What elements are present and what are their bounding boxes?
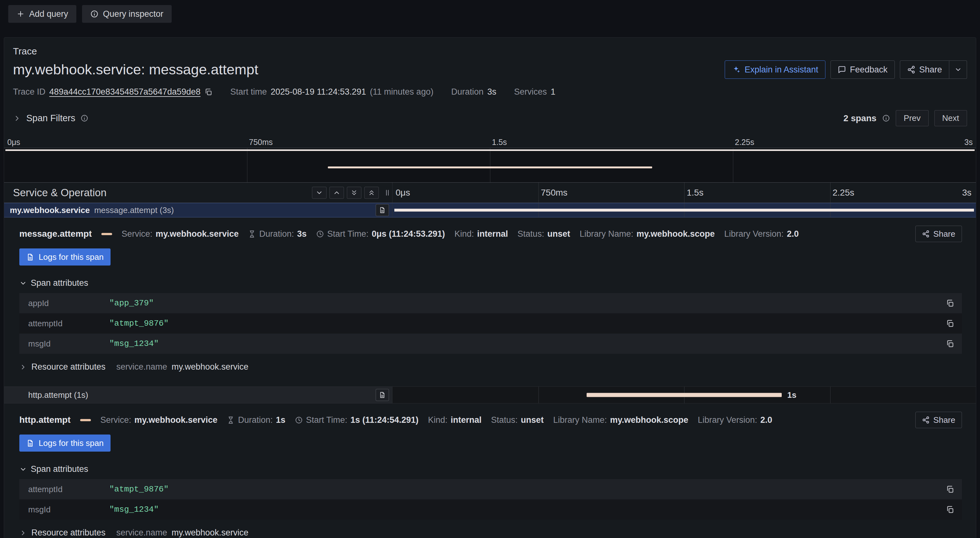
copy-attribute-button[interactable] [946,505,955,514]
info-circle-icon[interactable] [80,114,88,122]
feedback-button[interactable]: Feedback [830,60,895,79]
span-attributes-toggle[interactable]: Span attributes [19,464,88,474]
explain-in-assistant-button[interactable]: Explain in Assistant [725,60,826,79]
column-resize-handle[interactable] [383,189,392,197]
attribute-row: msgId "msg_1234" [19,333,962,354]
chevron-down-icon [19,279,27,287]
chevron-up-icon [333,189,340,197]
start-time-value: 0μs (11:24:53.291) [372,229,445,239]
span-attributes-toggle[interactable]: Span attributes [19,278,88,288]
span-service-name: my.webhook.service [10,205,90,215]
copy-attribute-button[interactable] [946,319,955,328]
service-color-dash [101,233,112,235]
trace-id-value: 489a44cc170e83454857a5647da59de8 [49,87,200,97]
kind-value: internal [477,229,508,239]
prev-span-button[interactable]: Prev [896,110,928,126]
span-detail-http-attempt: http.attempt Service: my.webhook.service… [4,403,976,538]
attribute-row: appId "app_379" [19,293,962,313]
span-logs-button[interactable] [375,204,389,216]
span-timeline-cell [392,203,976,217]
services-label: Services [514,87,547,97]
duration-field: Duration: 1s [227,415,285,425]
service-field: Service: my.webhook.service [100,415,218,425]
attribute-row: attemptId "atmpt_9876" [19,479,962,499]
double-chevron-down-icon [351,189,358,196]
tick-label: 3s [964,138,973,147]
start-time-label: Start time [230,87,267,97]
trace-panel: Trace my.webhook.service: message.attemp… [4,37,976,538]
trace-title: my.webhook.service: message.attempt [13,61,258,78]
add-query-button[interactable]: Add query [8,5,76,23]
share-button[interactable]: Share [900,60,949,79]
chevron-right-icon[interactable] [13,114,21,122]
kind-value: internal [451,415,482,425]
query-toolbar: Add query Query inspector [0,0,980,27]
minimap-gridline [490,148,490,182]
attribute-value: "msg_1234" [109,505,159,514]
timeline-minimap: 0μs 750ms 1.5s 2.25s 3s [4,137,976,183]
share-dropdown-button[interactable] [949,60,967,79]
logs-for-span-button[interactable]: Logs for this span [19,248,111,265]
minimap-tick-labels: 0μs 750ms 1.5s 2.25s 3s [4,137,976,148]
span-share-label: Share [934,415,955,425]
service-value: my.webhook.service [134,415,217,425]
share-icon [922,230,930,238]
info-circle-icon[interactable] [882,114,890,122]
span-attributes-table: attemptId "atmpt_9876" msgId "msg_1234" [19,479,962,520]
copy-trace-id-button[interactable] [204,88,213,96]
query-inspector-button[interactable]: Query inspector [82,5,172,23]
service-value: my.webhook.service [156,229,239,239]
minimap-canvas[interactable] [4,148,976,183]
copy-attribute-button[interactable] [946,299,955,308]
resource-attributes-toggle[interactable]: Resource attributes service.name my.webh… [19,528,248,538]
span-share-button[interactable]: Share [915,412,962,428]
span-logs-button[interactable] [375,389,389,401]
span-row-http-attempt[interactable]: http.attempt (1s) 1s [4,386,976,403]
resource-preview-key: service.name [116,362,167,372]
resource-attributes-toggle[interactable]: Resource attributes service.name my.webh… [19,362,248,372]
service-label: Service: [100,415,132,425]
collapse-one-button[interactable] [312,187,326,199]
hourglass-icon [227,416,235,424]
span-filters-label[interactable]: Span Filters [26,113,75,124]
collapse-all-button[interactable] [347,187,361,199]
attribute-key: attemptId [28,484,109,494]
next-span-button[interactable]: Next [934,110,967,126]
duration-label: Duration [451,87,484,97]
copy-attribute-button[interactable] [946,340,955,348]
attribute-value: "atmpt_9876" [109,319,169,328]
span-name-cell: my.webhook.service message.attempt (3s) [4,203,392,217]
grip-icon [383,189,391,197]
copy-attribute-button[interactable] [946,485,955,494]
span-share-button[interactable]: Share [915,225,962,242]
service-operation-header: Service & Operation [4,183,392,203]
span-name-cell: http.attempt (1s) [4,387,392,403]
status-field: Status: unset [491,415,544,425]
clock-icon [295,416,303,424]
expand-one-button[interactable] [329,187,344,199]
attribute-value: "atmpt_9876" [109,484,169,494]
trace-actions: Explain in Assistant Feedback Share [725,60,967,79]
span-attributes-label: Span attributes [31,278,88,288]
span-detail-header: http.attempt Service: my.webhook.service… [19,412,962,428]
services-value: 1 [551,87,555,97]
share-label: Share [919,65,942,75]
start-time-label: Start Time: [327,229,369,239]
logs-for-span-button[interactable]: Logs for this span [19,435,111,452]
chevron-down-icon [955,66,962,73]
chevron-down-icon [315,189,323,197]
library-name-label: Library Name: [580,229,633,239]
attribute-key: msgId [28,339,109,349]
expand-all-button[interactable] [364,187,379,199]
timeline-gridline [830,387,830,403]
status-field: Status: unset [517,229,570,239]
span-row-message-attempt[interactable]: my.webhook.service message.attempt (3s) [4,203,976,217]
tick-label: 3s [962,188,972,198]
library-name-value: my.webhook.scope [636,229,714,239]
copy-icon [946,340,955,348]
start-time-value: 1s (11:24:54.291) [351,415,419,425]
attribute-row: attemptId "atmpt_9876" [19,313,962,333]
trace-id-item: Trace ID 489a44cc170e83454857a5647da59de… [13,87,213,97]
span-attributes-label: Span attributes [31,464,88,474]
resource-preview-key: service.name [116,528,167,538]
